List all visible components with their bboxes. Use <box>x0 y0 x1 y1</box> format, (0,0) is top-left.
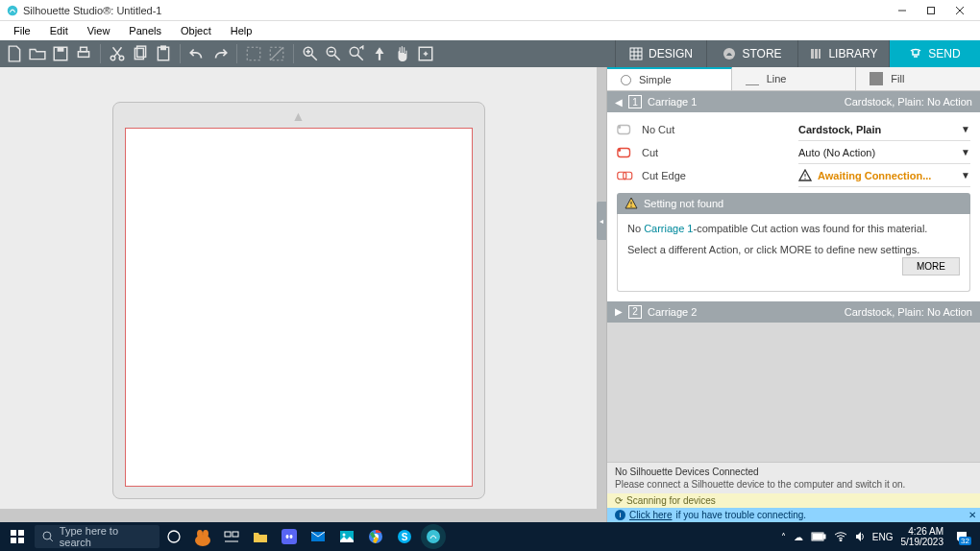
chevron-down-icon: ▼ <box>961 170 970 180</box>
carriage-2-header[interactable]: ▶ 2 Carriage 2 Cardstock, Plain: No Acti… <box>607 301 980 323</box>
battery-icon[interactable] <box>811 532 826 541</box>
warning-icon <box>798 169 812 182</box>
deselect-icon[interactable] <box>268 45 285 62</box>
system-tray[interactable]: ˄ ☁ ENG 4:26 AM 5/19/2023 32 <box>773 526 980 547</box>
svg-rect-7 <box>78 52 88 58</box>
wifi-icon[interactable] <box>834 532 847 541</box>
device-status-heading: No Silhouette Devices Connected <box>615 467 972 477</box>
silhouette-app-icon[interactable] <box>421 524 446 549</box>
snf-text2: Select a different Action, or click MORE… <box>627 244 919 255</box>
zoom-out-icon[interactable] <box>325 45 342 62</box>
mode-simple-label: Simple <box>639 74 672 85</box>
close-button[interactable] <box>945 1 974 20</box>
volume-icon[interactable] <box>855 531 865 542</box>
taskbar-search[interactable]: Type here to search <box>35 525 159 548</box>
clock-time: 4:26 AM <box>901 526 944 537</box>
menu-object[interactable]: Object <box>171 23 221 38</box>
panel-gutter: ◂ <box>597 67 606 522</box>
svg-rect-53 <box>11 538 16 543</box>
svg-rect-17 <box>247 47 260 60</box>
mode-line[interactable]: Line <box>732 67 857 90</box>
menu-help[interactable]: Help <box>221 23 262 38</box>
material-dropdown[interactable]: Cardstock, Plain▼ <box>798 118 970 141</box>
help-link[interactable]: Click here <box>629 510 672 520</box>
clock[interactable]: 4:26 AM 5/19/2023 <box>901 526 944 547</box>
line-icon <box>746 72 759 85</box>
opt-cut[interactable]: Cut <box>617 141 789 164</box>
pan-icon[interactable] <box>394 45 411 62</box>
tab-design[interactable]: DESIGN <box>615 40 706 67</box>
mode-fill[interactable]: Fill <box>856 67 980 90</box>
zoom-selection-icon[interactable] <box>348 45 365 62</box>
notifications-button[interactable]: 32 <box>951 527 972 546</box>
mail-icon[interactable] <box>306 524 331 549</box>
mode-tabs: Simple Line Fill <box>607 67 980 91</box>
app-logo-icon <box>6 4 19 17</box>
carriage-2-summary: Cardstock, Plain: No Action <box>845 306 972 318</box>
canvas-area[interactable]: ▲ <box>0 67 597 522</box>
tool-dropdown[interactable]: Awaiting Connection... ▼ <box>798 164 970 187</box>
svg-rect-76 <box>823 535 825 539</box>
warning-icon <box>625 197 638 210</box>
cut-icon[interactable] <box>109 45 126 62</box>
print-icon[interactable] <box>75 45 92 62</box>
redo-icon[interactable] <box>211 45 229 62</box>
snf-link[interactable]: Carriage 1 <box>644 223 693 234</box>
design-page[interactable] <box>125 128 473 487</box>
carriage-1-body: No Cut Cut Cut Edge Cardstock, Plain▼ Au… <box>607 112 980 301</box>
device-status-body: Please connect a Silhouette device to th… <box>615 479 972 490</box>
select-icon[interactable] <box>245 45 262 62</box>
menu-panels[interactable]: Panels <box>119 23 171 38</box>
feed-arrow-icon: ▲ <box>292 108 306 124</box>
photos-icon[interactable] <box>334 524 359 549</box>
fit-window-icon[interactable] <box>417 45 434 62</box>
opt-nocut[interactable]: No Cut <box>617 118 789 141</box>
undo-icon[interactable] <box>188 45 206 62</box>
open-icon[interactable] <box>29 45 46 62</box>
skype-icon[interactable]: S <box>392 524 417 549</box>
tab-send[interactable]: SEND <box>889 40 980 67</box>
chrome-icon[interactable] <box>363 524 388 549</box>
tab-library[interactable]: LIBRARY <box>797 40 889 67</box>
minimize-button[interactable] <box>888 1 917 20</box>
menu-view[interactable]: View <box>78 23 120 38</box>
svg-point-27 <box>350 47 358 56</box>
task-view-icon[interactable] <box>219 524 244 549</box>
spinner-icon: ⟳ <box>615 495 623 506</box>
cut-mat: ▲ <box>112 102 485 499</box>
opt-cutedge[interactable]: Cut Edge <box>617 164 789 187</box>
cortana-icon[interactable] <box>161 524 186 549</box>
maximize-button[interactable] <box>917 1 945 20</box>
discord-icon[interactable] <box>277 524 302 549</box>
mascot-icon[interactable] <box>190 524 215 549</box>
more-button[interactable]: MORE <box>902 257 960 276</box>
tab-design-label: DESIGN <box>649 47 693 60</box>
svg-rect-39 <box>815 49 818 59</box>
copy-icon[interactable] <box>132 45 149 62</box>
svg-point-66 <box>290 535 293 539</box>
panel-collapse-button[interactable]: ◂ <box>597 202 606 240</box>
file-explorer-icon[interactable] <box>248 524 273 549</box>
tray-chevron-icon[interactable]: ˄ <box>781 532 786 542</box>
fit-page-icon[interactable] <box>371 45 388 62</box>
carriage-1-header[interactable]: ◀ 1 Carriage 1 Cardstock, Plain: No Acti… <box>607 91 980 112</box>
start-button[interactable] <box>0 522 35 551</box>
onedrive-icon[interactable]: ☁ <box>794 532 803 542</box>
opt-nocut-label: No Cut <box>642 124 674 135</box>
action-dropdown[interactable]: Auto (No Action)▼ <box>798 141 970 164</box>
tab-store[interactable]: STORE <box>706 40 797 67</box>
mode-simple[interactable]: Simple <box>607 67 732 90</box>
svg-point-57 <box>168 531 180 542</box>
language-indicator[interactable]: ENG <box>872 532 894 542</box>
save-icon[interactable] <box>52 45 69 62</box>
help-close-button[interactable]: ✕ <box>968 510 976 520</box>
carriage-number: 2 <box>628 305 642 319</box>
chevron-down-icon: ▼ <box>961 124 970 134</box>
svg-line-25 <box>334 55 340 60</box>
new-icon[interactable] <box>6 45 23 62</box>
menu-file[interactable]: File <box>4 23 40 38</box>
paste-icon[interactable] <box>155 45 172 62</box>
svg-point-74 <box>427 530 440 543</box>
menu-edit[interactable]: Edit <box>40 23 78 38</box>
zoom-in-icon[interactable] <box>302 45 319 62</box>
